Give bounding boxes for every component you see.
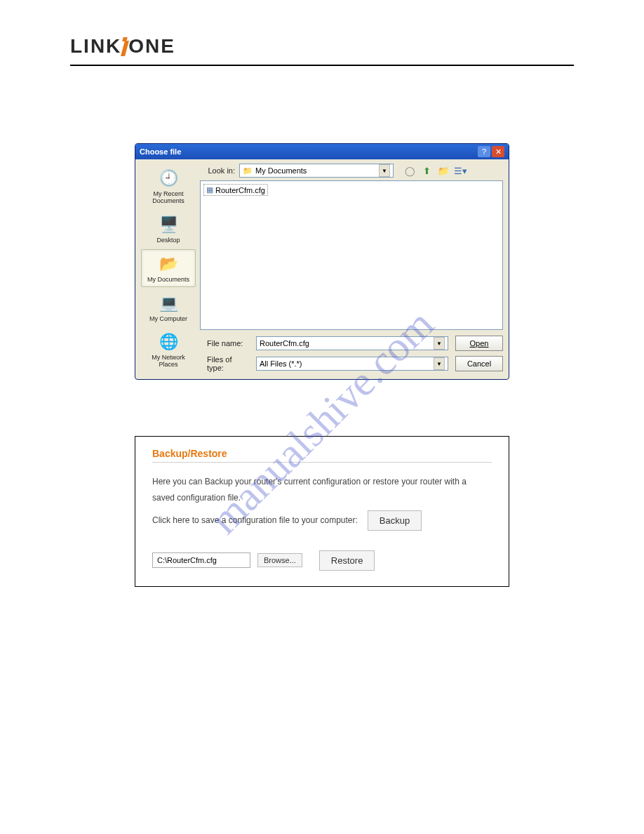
file-icon: ▦ bbox=[206, 185, 213, 194]
chevron-down-icon[interactable]: ▼ bbox=[379, 164, 390, 177]
backup-button[interactable]: Backup bbox=[368, 510, 422, 531]
recent-documents-icon: 🕘 bbox=[157, 167, 180, 190]
file-item-name: RouterCfm.cfg bbox=[215, 186, 265, 194]
logo-text-right: ONE bbox=[128, 35, 175, 58]
filetype-value: All Files (*.*) bbox=[260, 359, 302, 368]
logo: LINK ONE bbox=[70, 35, 574, 58]
filename-value: RouterCfm.cfg bbox=[260, 339, 309, 348]
up-folder-icon[interactable]: ⬆ bbox=[420, 164, 433, 177]
choose-file-dialog: Choose file ? ✕ 🕘 My Recent Documents 🖥️… bbox=[135, 143, 509, 380]
sidebar-item-recent[interactable]: 🕘 My Recent Documents bbox=[141, 164, 196, 208]
panel-desc-line1: Here you can Backup your router's curren… bbox=[152, 474, 492, 490]
backup-label: Click here to save a configuration file … bbox=[152, 515, 358, 525]
panel-desc-line2: saved configuration file. bbox=[152, 490, 492, 506]
sidebar-item-label: My Documents bbox=[147, 277, 189, 284]
panel-divider bbox=[152, 462, 492, 463]
new-folder-icon[interactable]: 📁 bbox=[437, 164, 450, 177]
computer-icon: 💻 bbox=[157, 292, 180, 315]
logo-mark-icon bbox=[123, 37, 127, 56]
sidebar-item-network[interactable]: 🌐 My Network Places bbox=[141, 327, 196, 372]
browse-button[interactable]: Browse... bbox=[257, 553, 302, 567]
dialog-titlebar: Choose file ? ✕ bbox=[135, 144, 509, 159]
desktop-icon: 🖥️ bbox=[157, 213, 180, 236]
dialog-sidebar: 🕘 My Recent Documents 🖥️ Desktop 📂 My Do… bbox=[141, 164, 196, 372]
chevron-down-icon[interactable]: ▼ bbox=[434, 357, 445, 370]
sidebar-item-computer[interactable]: 💻 My Computer bbox=[141, 289, 196, 326]
network-places-icon: 🌐 bbox=[157, 331, 180, 353]
header-divider bbox=[70, 65, 574, 66]
lookin-dropdown[interactable]: 📁 My Documents ▼ bbox=[239, 164, 394, 178]
sidebar-item-documents[interactable]: 📂 My Documents bbox=[141, 249, 196, 287]
file-item[interactable]: ▦ RouterCfm.cfg bbox=[203, 184, 268, 196]
open-button[interactable]: Open bbox=[455, 336, 503, 351]
folder-icon: 📁 bbox=[243, 166, 253, 176]
panel-title: Backup/Restore bbox=[152, 448, 492, 459]
lookin-value: My Documents bbox=[255, 166, 307, 175]
filename-label: File name: bbox=[200, 339, 249, 348]
chevron-down-icon[interactable]: ▼ bbox=[434, 337, 445, 350]
close-icon[interactable]: ✕ bbox=[492, 146, 504, 157]
dialog-title: Choose file bbox=[140, 147, 181, 156]
backup-restore-panel: Backup/Restore Here you can Backup your … bbox=[135, 436, 509, 587]
filename-field[interactable]: RouterCfm.cfg ▼ bbox=[256, 336, 448, 350]
sidebar-item-desktop[interactable]: 🖥️ Desktop bbox=[141, 210, 196, 248]
restore-path-input[interactable] bbox=[152, 552, 250, 568]
sidebar-item-label: Desktop bbox=[156, 237, 180, 244]
documents-icon: 📂 bbox=[157, 253, 180, 275]
view-menu-icon[interactable]: ☰▾ bbox=[454, 164, 467, 177]
logo-text-left: LINK bbox=[70, 35, 121, 58]
sidebar-item-label: My Recent Documents bbox=[143, 191, 194, 205]
sidebar-item-label: My Network Places bbox=[143, 355, 194, 369]
sidebar-item-label: My Computer bbox=[149, 316, 187, 323]
help-icon[interactable]: ? bbox=[478, 146, 490, 157]
cancel-button[interactable]: Cancel bbox=[455, 356, 503, 371]
filetype-label: Files of type: bbox=[200, 355, 249, 372]
restore-button[interactable]: Restore bbox=[319, 550, 375, 571]
filetype-field[interactable]: All Files (*.*) ▼ bbox=[256, 357, 448, 371]
back-icon[interactable]: ◯ bbox=[403, 164, 416, 177]
file-list-pane[interactable]: ▦ RouterCfm.cfg bbox=[200, 180, 503, 330]
lookin-label: Look in: bbox=[200, 166, 235, 175]
